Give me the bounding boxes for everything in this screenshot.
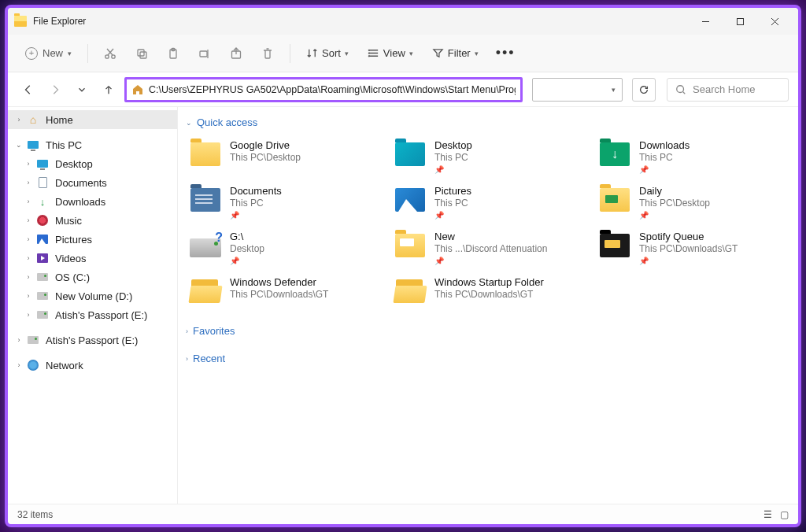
sidebar-item-documents[interactable]: ›Documents: [8, 173, 177, 192]
details-view-icon[interactable]: ☰: [763, 509, 772, 520]
sidebar-item-thispc[interactable]: ⌄ This PC: [8, 135, 177, 154]
sort-button[interactable]: Sort ▾: [298, 41, 357, 66]
sidebar-item-music[interactable]: ›Music: [8, 211, 177, 230]
item-icon: [394, 139, 427, 169]
item-icon: [189, 185, 222, 215]
rename-icon[interactable]: [190, 41, 219, 66]
sidebar-item-videos[interactable]: ›Videos: [8, 249, 177, 268]
address-bar[interactable]: [124, 77, 523, 102]
pin-icon: 📌: [639, 165, 690, 174]
sidebar-label: OS (C:): [55, 272, 90, 283]
sidebar-item-osc[interactable]: ›OS (C:): [8, 268, 177, 286]
sidebar: › ⌂ Home ⌄ This PC ›Desktop ›Documents ›…: [8, 107, 178, 504]
sidebar-item-atish2[interactable]: ›Atish's Passport (E:): [8, 331, 177, 349]
drive-icon: [28, 336, 39, 344]
filter-label: Filter: [448, 47, 471, 59]
pin-icon: 📌: [434, 257, 547, 265]
group-quick-access[interactable]: ⌄Quick access: [186, 116, 790, 128]
sidebar-item-home[interactable]: › ⌂ Home: [8, 110, 177, 129]
sidebar-item-downloads[interactable]: ›↓Downloads: [8, 192, 177, 211]
quick-access-item[interactable]: DailyThis PC\Desktop📌: [595, 182, 784, 223]
item-location: This PC\Downloads\GT: [639, 243, 738, 254]
chevron-down-icon: ▾: [345, 50, 349, 57]
item-icon: ?: [189, 231, 222, 260]
new-button[interactable]: + New ▾: [17, 41, 79, 66]
network-icon: [28, 360, 39, 371]
up-button[interactable]: [98, 79, 120, 101]
quick-access-item[interactable]: Windows DefenderThis PC\Downloads\GT: [186, 273, 375, 309]
toolbar: + New ▾ Sort ▾ View ▾: [8, 35, 798, 72]
plus-icon: +: [25, 47, 38, 60]
pictures-icon: [37, 235, 48, 244]
sidebar-item-atish1[interactable]: ›Atish's Passport (E:): [8, 305, 177, 324]
item-name: Windows Startup Folder: [434, 276, 544, 288]
sidebar-label: Music: [55, 215, 82, 227]
delete-icon[interactable]: [253, 41, 282, 66]
item-icon: [189, 276, 222, 306]
share-icon[interactable]: [222, 41, 250, 66]
sidebar-item-newvol[interactable]: ›New Volume (D:): [8, 286, 177, 305]
sidebar-item-pictures[interactable]: ›Pictures: [8, 230, 177, 249]
sidebar-item-desktop[interactable]: ›Desktop: [8, 154, 177, 173]
pin-icon: 📌: [230, 211, 282, 220]
sidebar-label: Desktop: [55, 158, 93, 170]
search-box[interactable]: Search Home: [667, 78, 789, 102]
quick-access-item[interactable]: NewThis ...\Discord Attenuation📌: [390, 227, 579, 268]
more-button[interactable]: •••: [490, 45, 522, 61]
content-area: ⌄Quick access Google DriveThis PC\Deskto…: [178, 107, 798, 504]
item-name: Google Drive: [230, 139, 301, 151]
quick-access-item[interactable]: PicturesThis PC📌: [390, 182, 579, 223]
address-dropdown[interactable]: ▾: [532, 78, 623, 102]
chevron-down-icon: ▾: [68, 50, 72, 57]
quick-access-item[interactable]: Google DriveThis PC\Desktop: [186, 136, 375, 177]
item-name: Documents: [230, 185, 282, 197]
filter-button[interactable]: Filter ▾: [424, 41, 486, 66]
group-recent[interactable]: ›Recent: [186, 353, 790, 364]
maximize-button[interactable]: [723, 8, 757, 35]
chevron-down-icon: ⌄: [186, 119, 192, 127]
refresh-button[interactable]: [632, 78, 656, 102]
close-button[interactable]: [757, 8, 792, 35]
cut-icon[interactable]: [96, 41, 124, 66]
quick-access-item[interactable]: DesktopThis PC📌: [390, 136, 579, 177]
chevron-right-icon: ›: [14, 116, 24, 124]
sidebar-item-network[interactable]: ›Network: [8, 356, 177, 375]
drive-icon: [37, 292, 48, 300]
chevron-down-icon: ▾: [612, 86, 616, 94]
view-button[interactable]: View ▾: [360, 41, 421, 66]
item-name: G:\: [230, 231, 264, 242]
item-location: This PC\Desktop: [230, 152, 301, 163]
item-count: 32 items: [17, 509, 53, 520]
svg-line-22: [683, 91, 686, 94]
quick-access-item[interactable]: DocumentsThis PC📌: [186, 182, 375, 223]
paste-icon[interactable]: [159, 41, 187, 66]
sidebar-label: Network: [46, 360, 83, 371]
window-title: File Explorer: [33, 16, 86, 27]
filter-icon: [432, 47, 444, 59]
downloads-icon: ↓: [36, 195, 49, 208]
large-icons-view-icon[interactable]: ▢: [780, 509, 789, 520]
new-label: New: [43, 47, 63, 59]
documents-icon: [39, 177, 47, 188]
chevron-down-icon: ▾: [475, 50, 479, 57]
chevron-down-icon: ▾: [409, 50, 413, 57]
desktop-icon: [37, 160, 48, 168]
item-name: Daily: [639, 185, 710, 197]
drive-icon: [37, 311, 48, 319]
drive-icon: [37, 273, 48, 281]
quick-access-item[interactable]: Windows Startup FolderThis PC\Downloads\…: [390, 273, 579, 309]
pin-icon: 📌: [434, 165, 472, 174]
minimize-button[interactable]: [688, 8, 723, 35]
quick-access-item[interactable]: Spotify QueueThis PC\Downloads\GT📌: [595, 227, 784, 268]
view-label: View: [383, 47, 405, 59]
back-button[interactable]: [17, 79, 39, 101]
quick-access-item[interactable]: ?G:\Desktop📌: [186, 227, 375, 268]
forward-button[interactable]: [44, 79, 66, 101]
address-input[interactable]: [149, 84, 516, 95]
group-favorites[interactable]: ›Favorites: [186, 325, 790, 337]
item-location: This PC: [434, 152, 472, 163]
file-explorer-icon: [14, 16, 27, 27]
copy-icon[interactable]: [128, 41, 156, 66]
recent-locations-button[interactable]: [71, 79, 93, 101]
quick-access-item[interactable]: ↓DownloadsThis PC📌: [595, 136, 784, 177]
